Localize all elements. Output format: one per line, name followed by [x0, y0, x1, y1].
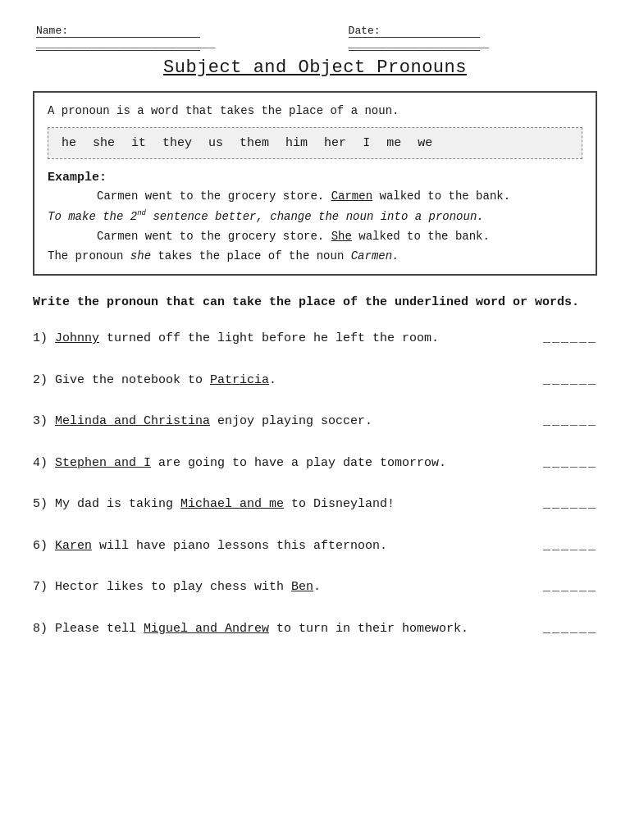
pronoun-it: it — [131, 136, 146, 150]
question-text-8: 8) Please tell Miguel and Andrew to turn… — [33, 620, 530, 639]
name-line: ____________________________ — [36, 38, 200, 51]
answer-line-7[interactable]: ______ — [543, 580, 597, 594]
pronoun-we: we — [418, 136, 432, 150]
pronouns-box: he she it they us them him her I me we — [48, 127, 582, 159]
question-text-3: 3) Melinda and Christina enjoy playing s… — [33, 413, 530, 431]
question-text-4: 4) Stephen and I are going to have a pla… — [33, 454, 530, 473]
question-text-1: 1) Johnny turned off the light before he… — [33, 330, 530, 349]
definition-text: A pronoun is a word that takes the place… — [48, 104, 582, 117]
question-item-1: 1) Johnny turned off the light before he… — [33, 330, 597, 349]
question-text-7: 7) Hector likes to play chess with Ben. — [33, 578, 530, 597]
example-sentence-1: Carmen went to the grocery store. Carmen… — [97, 189, 582, 203]
answer-line-8[interactable]: ______ — [543, 622, 597, 636]
question-item-5: 5) My dad is taking Michael and me to Di… — [33, 495, 597, 514]
question-item-6: 6) Karen will have piano lessons this af… — [33, 537, 597, 556]
question-text-6: 6) Karen will have piano lessons this af… — [33, 537, 530, 556]
pronoun-he: he — [62, 136, 76, 150]
name-field: Name: ____________________________ — [33, 25, 345, 51]
answer-line-6[interactable]: ______ — [543, 539, 597, 553]
instructions: Write the pronoun that can take the plac… — [33, 294, 597, 313]
answer-line-1[interactable]: ______ — [543, 331, 597, 345]
page-title: Subject and Object Pronouns — [33, 57, 597, 78]
pronoun-me: me — [386, 136, 401, 150]
pronoun-they: they — [162, 136, 192, 150]
pronoun-him: him — [285, 136, 308, 150]
pronoun-us: us — [208, 136, 223, 150]
answer-line-2[interactable]: ______ — [543, 373, 597, 387]
pronoun-note: The pronoun she takes the place of the n… — [48, 249, 582, 262]
date-field: Date: ______________________ — [345, 25, 597, 51]
example-sentence-2: Carmen went to the grocery store. She wa… — [97, 230, 582, 243]
answer-line-3[interactable]: ______ — [543, 414, 597, 428]
answer-line-4[interactable]: ______ — [543, 456, 597, 470]
question-item-7: 7) Hector likes to play chess with Ben. … — [33, 578, 597, 597]
answer-line-5[interactable]: ______ — [543, 497, 597, 511]
date-label: Date: — [349, 25, 480, 38]
question-item-3: 3) Melinda and Christina enjoy playing s… — [33, 413, 597, 431]
name-label: Name: — [36, 25, 200, 38]
header: Name: ____________________________ Date:… — [33, 25, 597, 51]
question-item-4: 4) Stephen and I are going to have a pla… — [33, 454, 597, 473]
date-line: ______________________ — [349, 38, 480, 51]
italic-instruction: To make the 2nd sentence better, change … — [48, 209, 582, 223]
pronoun-her: her — [324, 136, 346, 150]
question-list: 1) Johnny turned off the light before he… — [33, 330, 597, 638]
pronoun-she: she — [93, 136, 115, 150]
question-item-8: 8) Please tell Miguel and Andrew to turn… — [33, 620, 597, 639]
example-label: Example: — [48, 171, 582, 185]
question-item-2: 2) Give the notebook to Patricia. ______ — [33, 372, 597, 390]
pronoun-them: them — [240, 136, 269, 150]
pronoun-I: I — [363, 136, 370, 150]
question-text-5: 5) My dad is taking Michael and me to Di… — [33, 495, 530, 514]
question-text-2: 2) Give the notebook to Patricia. — [33, 372, 530, 390]
definition-box: A pronoun is a word that takes the place… — [33, 91, 597, 276]
